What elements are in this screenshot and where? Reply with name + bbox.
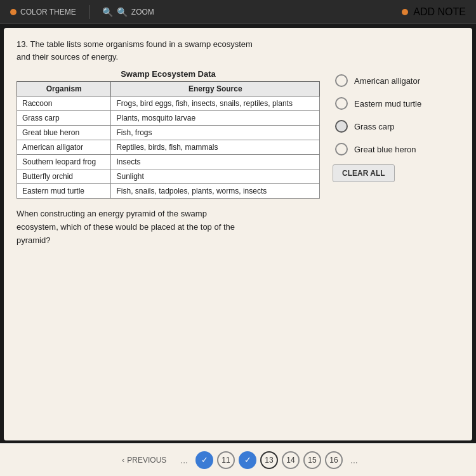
bottom-question: When constructing an energy pyramid of t…	[17, 208, 459, 247]
question-text: 13. The table lists some organisms found…	[17, 38, 459, 63]
answer-label-d: Great blue heron	[354, 145, 416, 154]
page-num-11: 11	[221, 456, 230, 465]
table-section: Swamp Ecosystem Data Organism Energy Sou…	[17, 69, 320, 199]
page-circle-15[interactable]: 15	[303, 451, 321, 469]
organism-cell: Butterfly orchid	[17, 169, 111, 184]
page-circle-13[interactable]: 13	[260, 451, 278, 469]
answer-options-section: American alligatorEastern mud turtleGras…	[333, 69, 459, 199]
previous-label: PREVIOUS	[127, 456, 166, 465]
page-circle-12[interactable]	[239, 451, 256, 469]
page-circle-16[interactable]: 16	[325, 451, 343, 469]
table-title: Swamp Ecosystem Data	[17, 69, 320, 79]
bottom-line2: ecosystem, which of these would be place…	[17, 221, 459, 234]
col-header-organism: Organism	[17, 82, 111, 96]
table-row: RaccoonFrogs, bird eggs, fish, insects, …	[17, 96, 320, 111]
bottom-line3: pyramid?	[17, 234, 459, 248]
add-note-label: ADD NOTE	[413, 6, 466, 18]
organism-cell: Grass carp	[17, 111, 111, 126]
radio-circle-a	[335, 74, 348, 87]
col-header-energy: Energy Source	[111, 82, 320, 96]
table-row: American alligatorReptiles, birds, fish,…	[17, 140, 320, 155]
table-row: Butterfly orchidSunlight	[17, 169, 320, 184]
question-line1: 13. The table lists some organisms found…	[17, 38, 459, 51]
color-theme-icon	[10, 9, 17, 15]
energy-cell: Fish, frogs	[111, 126, 320, 140]
zoom-item[interactable]: 🔍 🔍 ZOOM	[102, 7, 154, 17]
page-num-14: 14	[286, 456, 294, 465]
top-bar: COLOR THEME 🔍 🔍 ZOOM ADD NOTE	[0, 0, 476, 24]
answer-option-d[interactable]: Great blue heron	[333, 138, 459, 161]
answer-option-a[interactable]: American alligator	[333, 69, 459, 92]
zoom-label: ZOOM	[131, 8, 154, 17]
answer-label-c: Grass carp	[354, 122, 395, 131]
chevron-left-icon: ‹	[122, 456, 124, 465]
table-row: Southern leopard frogInsects	[17, 155, 320, 169]
radio-circle-c	[335, 120, 348, 133]
zoom-out-icon: 🔍	[102, 7, 113, 17]
ellipsis-left: ...	[178, 455, 190, 465]
energy-cell: Reptiles, birds, fish, mammals	[111, 140, 320, 155]
organism-cell: American alligator	[17, 140, 111, 155]
bottom-nav: ‹ PREVIOUS ... 1113141516 ...	[0, 443, 476, 476]
answer-option-c[interactable]: Grass carp	[333, 115, 459, 138]
page-num-13: 13	[265, 456, 273, 465]
top-bar-left: COLOR THEME 🔍 🔍 ZOOM	[10, 5, 154, 19]
answer-label-b: Eastern mud turtle	[354, 99, 421, 109]
ellipsis-right: ...	[348, 455, 360, 465]
ecosystem-table: Organism Energy Source RaccoonFrogs, bir…	[17, 81, 320, 199]
top-bar-right: ADD NOTE	[402, 6, 466, 18]
color-theme-item[interactable]: COLOR THEME	[10, 8, 76, 17]
energy-cell: Insects	[111, 155, 320, 169]
answer-option-b[interactable]: Eastern mud turtle	[333, 92, 459, 115]
page-circle-11[interactable]: 11	[217, 451, 235, 469]
organism-cell: Eastern mud turtle	[17, 184, 111, 199]
zoom-in-icon: 🔍	[117, 7, 128, 17]
table-row: Grass carpPlants, mosquito larvae	[17, 111, 320, 126]
page-circle-14[interactable]: 14	[282, 451, 300, 469]
radio-circle-d	[335, 143, 348, 155]
energy-cell: Fish, snails, tadpoles, plants, worms, i…	[111, 184, 320, 199]
previous-button[interactable]: ‹ PREVIOUS	[116, 453, 173, 467]
organism-cell: Southern leopard frog	[17, 155, 111, 169]
main-content: 13. The table lists some organisms found…	[4, 28, 472, 440]
radio-circle-b	[335, 97, 348, 110]
bottom-line1: When constructing an energy pyramid of t…	[17, 208, 459, 221]
organism-cell: Raccoon	[17, 96, 111, 111]
add-note-icon	[402, 9, 408, 15]
table-row: Eastern mud turtleFish, snails, tadpoles…	[17, 184, 320, 199]
energy-cell: Plants, mosquito larvae	[111, 111, 320, 126]
table-row: Great blue heronFish, frogs	[17, 126, 320, 140]
clear-all-button[interactable]: CLEAR ALL	[333, 164, 395, 182]
page-num-16: 16	[329, 456, 338, 465]
answer-label-a: American alligator	[354, 76, 420, 86]
organism-cell: Great blue heron	[17, 126, 111, 140]
page-circle-10[interactable]	[195, 451, 213, 469]
divider	[89, 5, 89, 19]
question-line2: and their sources of energy.	[17, 51, 459, 63]
color-theme-label: COLOR THEME	[20, 8, 76, 17]
page-num-15: 15	[308, 456, 316, 465]
content-area: Swamp Ecosystem Data Organism Energy Sou…	[17, 69, 459, 199]
energy-cell: Sunlight	[111, 169, 320, 184]
energy-cell: Frogs, bird eggs, fish, insects, snails,…	[111, 96, 320, 111]
